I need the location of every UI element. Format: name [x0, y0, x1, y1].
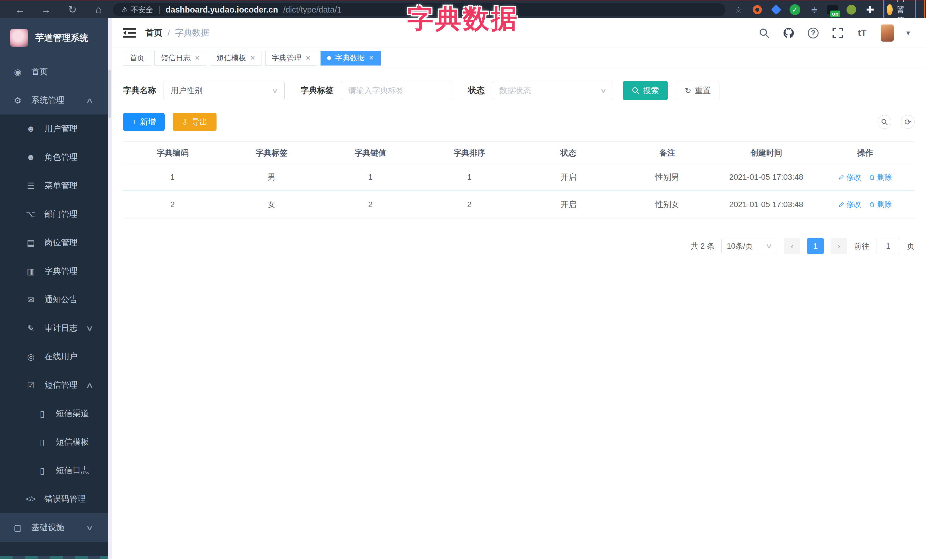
- extension-on-icon[interactable]: on: [827, 4, 838, 15]
- fullscreen-icon[interactable]: [832, 27, 844, 39]
- sidebar-item-post-management[interactable]: ▤ 岗位管理: [0, 228, 108, 257]
- browser-profile-avatar: [887, 4, 893, 15]
- message-icon: ✉: [25, 295, 36, 305]
- sidebar-collapse-icon[interactable]: [123, 28, 136, 38]
- sidebar-item-infrastructure[interactable]: ▢ 基础设施 ∨: [0, 513, 108, 542]
- breadcrumb: 首页 / 字典数据: [145, 27, 209, 39]
- add-button[interactable]: + 新增: [123, 113, 165, 131]
- sidebar-item-error-code-management[interactable]: </> 错误码管理: [0, 485, 108, 513]
- extension-check-icon[interactable]: ✓: [789, 4, 800, 15]
- sidebar-item-sms-log[interactable]: ▯ 短信日志: [0, 456, 108, 485]
- close-icon[interactable]: ✕: [250, 54, 255, 62]
- online-icon: ◎: [25, 352, 36, 362]
- id-badge-icon: ▤: [25, 238, 36, 248]
- sidebar-item-online-users[interactable]: ◎ 在线用户: [0, 343, 108, 371]
- delete-link[interactable]: 删除: [869, 199, 892, 209]
- current-page-button[interactable]: 1: [807, 238, 824, 254]
- select-caret-icon: ∨: [272, 87, 278, 95]
- not-secure-warning[interactable]: ⚠ 不安全: [121, 5, 153, 15]
- close-icon[interactable]: ✕: [195, 54, 200, 62]
- tab-dict-management[interactable]: 字典管理 ✕: [265, 51, 317, 65]
- download-icon: ⇩: [182, 117, 188, 127]
- goto-page-input[interactable]: [876, 238, 900, 254]
- url-divider: |: [158, 5, 160, 15]
- browser-forward-button[interactable]: →: [34, 4, 58, 16]
- next-page-button[interactable]: ›: [831, 238, 847, 254]
- close-icon[interactable]: ✕: [369, 54, 374, 62]
- sidebar-item-sms-channel[interactable]: ▯ 短信渠道: [0, 399, 108, 428]
- reset-button[interactable]: ↻ 重置: [676, 81, 719, 100]
- header-search-icon[interactable]: [758, 27, 770, 39]
- delete-link[interactable]: 删除: [869, 172, 892, 182]
- breadcrumb-home[interactable]: 首页: [145, 27, 162, 39]
- tab-sms-log[interactable]: 短信日志 ✕: [154, 51, 206, 65]
- sidebar-item-notice[interactable]: ✉ 通知公告: [0, 285, 108, 314]
- extension-leaf-icon[interactable]: [846, 4, 857, 15]
- sidebar-item-sms-template[interactable]: ▯ 短信模板: [0, 428, 108, 456]
- breadcrumb-separator: /: [168, 28, 170, 38]
- column-header: 字典编码: [123, 142, 222, 164]
- shield-check-icon: ☑: [25, 380, 36, 390]
- edit-link[interactable]: 修改: [838, 172, 861, 182]
- browser-back-button[interactable]: ←: [8, 4, 32, 16]
- tab-sms-template[interactable]: 短信模板 ✕: [210, 51, 262, 65]
- extension-gem-icon[interactable]: [770, 4, 782, 15]
- edit-log-icon: ✎: [25, 323, 36, 333]
- table-row: 1 男 1 1 开启 性别男 2021-01-05 17:03:48: [123, 165, 915, 190]
- page-title-overlay: 字典数据: [407, 1, 519, 36]
- extension-sliders-icon[interactable]: ≑: [808, 4, 819, 15]
- bookmark-star-icon[interactable]: ☆: [733, 4, 744, 15]
- search-icon: [632, 87, 640, 95]
- close-icon[interactable]: ✕: [306, 54, 310, 62]
- toggle-search-button[interactable]: [878, 115, 891, 129]
- pagination: 共 2 条 10条/页 ∨ ‹ 1 › 前往 页: [123, 238, 915, 254]
- app-title: 芋道管理系统: [35, 32, 88, 44]
- sidebar-item-role-management[interactable]: ☻ 角色管理: [0, 143, 108, 172]
- help-icon[interactable]: ?: [807, 27, 819, 39]
- active-tab-dot: [327, 56, 331, 60]
- sidebar-item-sms-management[interactable]: ☑ 短信管理 ∧: [0, 371, 108, 399]
- browser-home-button[interactable]: ⌂: [86, 4, 110, 16]
- status-select[interactable]: 数据状态 ∨: [492, 81, 613, 100]
- column-header: 操作: [816, 142, 915, 164]
- plus-icon: +: [132, 117, 136, 127]
- table-toolbar: + 新增 ⇩ 导出 ⟳: [123, 113, 915, 131]
- dict-data-table: 字典编码 字典标签 字典键值 字典排序 状态 备注 创建时间 操作 1 男 1 …: [123, 141, 915, 219]
- sidebar-item-home[interactable]: ◉ 首页: [0, 57, 108, 86]
- refresh-table-button[interactable]: ⟳: [901, 115, 915, 129]
- sidebar-logo-row[interactable]: 芋道管理系统: [0, 18, 108, 57]
- prev-page-button[interactable]: ‹: [784, 238, 800, 254]
- edit-link[interactable]: 修改: [838, 199, 861, 209]
- search-button[interactable]: 搜索: [623, 81, 668, 100]
- sidebar-item-user-management[interactable]: ☻ 用户管理: [0, 115, 108, 143]
- extension-puzzle-icon[interactable]: ✚: [864, 4, 876, 15]
- extension-orange-icon[interactable]: [752, 4, 763, 15]
- export-button[interactable]: ⇩ 导出: [172, 113, 216, 131]
- sidebar-scrollbar[interactable]: [108, 18, 112, 559]
- tab-dict-data-active[interactable]: 字典数据 ✕: [321, 51, 380, 65]
- monitor-icon: ▢: [12, 523, 23, 533]
- browser-reload-button[interactable]: ↻: [61, 4, 84, 16]
- code-icon: </>: [25, 495, 36, 503]
- sidebar-item-audit-log[interactable]: ✎ 审计日志 ∨: [0, 314, 108, 343]
- edit-icon: [838, 174, 844, 180]
- dict-name-select[interactable]: 用户性别 ∨: [163, 81, 284, 100]
- user-avatar[interactable]: [881, 24, 894, 42]
- refresh-icon: ⟳: [904, 117, 911, 127]
- dict-name-label: 字典名称: [123, 85, 156, 96]
- tab-home[interactable]: 首页: [123, 51, 151, 65]
- avatar-caret-down-icon[interactable]: ▾: [906, 29, 910, 37]
- font-size-icon[interactable]: tT: [856, 27, 868, 39]
- sidebar-item-system-management[interactable]: ⚙ 系统管理 ∧: [0, 86, 108, 115]
- sidebar-menu: ◉ 首页 ⚙ 系统管理 ∧ ☻ 用户管理 ☻ 角色管理 ☰: [0, 57, 108, 556]
- github-icon[interactable]: [783, 27, 794, 39]
- user-icon: ☻: [25, 124, 36, 134]
- table-header-row: 字典编码 字典标签 字典键值 字典排序 状态 备注 创建时间 操作: [123, 142, 915, 165]
- page-size-select[interactable]: 10条/页 ∨: [722, 238, 777, 254]
- sidebar-item-menu-management[interactable]: ☰ 菜单管理: [0, 172, 108, 200]
- dict-label-input[interactable]: [348, 86, 445, 95]
- sidebar-item-dict-management[interactable]: ▥ 字典管理: [0, 257, 108, 285]
- sidebar-item-department-management[interactable]: ⌥ 部门管理: [0, 200, 108, 228]
- users-icon: ☻: [25, 152, 36, 162]
- sidebar: 芋道管理系统 ◉ 首页 ⚙ 系统管理 ∧ ☻ 用户管理 ☻ 角色管: [0, 18, 108, 559]
